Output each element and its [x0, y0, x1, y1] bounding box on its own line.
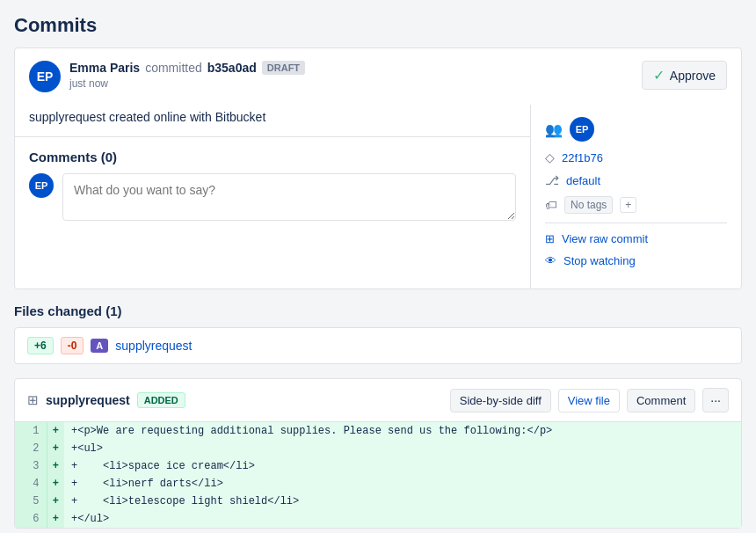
commit-ref-link[interactable]: 22f1b76: [562, 151, 603, 164]
line-number: 6: [15, 510, 47, 528]
reviewer-row: 👥 EP: [545, 117, 727, 142]
diamond-icon: ◇: [545, 150, 555, 164]
diff-toolbar: ⊞ supplyrequest ADDED Side-by-side diff …: [15, 379, 741, 422]
commit-card: EP Emma Paris committed b35a0ad DRAFT ju…: [14, 47, 742, 289]
commit-action: committed: [145, 61, 202, 75]
reviewer-icon: 👥: [545, 121, 563, 138]
author-name: Emma Paris: [69, 61, 140, 75]
diff-line: 1 + +<p>We are requesting additional sup…: [15, 422, 741, 440]
more-options-button[interactable]: ···: [702, 388, 729, 413]
page-title: Commits: [14, 14, 742, 37]
diff-line: 6 + +</ul>: [15, 510, 741, 528]
diff-table: 1 + +<p>We are requesting additional sup…: [15, 422, 741, 528]
line-number: 5: [15, 493, 47, 510]
diff-line: 2 + +<ul>: [15, 440, 741, 457]
line-marker: +: [47, 457, 64, 475]
line-marker: +: [47, 493, 64, 510]
view-raw-link[interactable]: ⊞ View raw commit: [545, 232, 727, 245]
diff-line: 5 + + <li>telescope light shield</li>: [15, 493, 741, 510]
commit-time: just now: [69, 77, 305, 90]
diff-toolbar-left: ⊞ supplyrequest ADDED: [27, 392, 185, 408]
add-tag-button[interactable]: +: [620, 197, 636, 213]
approve-button[interactable]: ✓ Approve: [642, 61, 727, 90]
added-status-badge: ADDED: [137, 392, 185, 408]
draft-badge: DRAFT: [262, 61, 305, 75]
line-code: +<ul>: [64, 440, 741, 457]
line-marker: +: [47, 422, 64, 440]
diff-file-icon: ⊞: [27, 392, 39, 408]
line-code: + <li>telescope light shield</li>: [64, 493, 741, 510]
diff-line: 4 + + <li>nerf darts</li>: [15, 475, 741, 493]
diff-line: 3 + + <li>space ice cream</li>: [15, 457, 741, 475]
commit-header-left: EP Emma Paris committed b35a0ad DRAFT ju…: [29, 61, 305, 92]
commit-meta: Emma Paris committed b35a0ad DRAFT just …: [69, 61, 305, 90]
tag-icon: 🏷: [545, 198, 557, 212]
stop-watching-label: Stop watching: [563, 254, 636, 267]
no-tags-label: No tags: [564, 196, 613, 214]
comment-input[interactable]: [62, 173, 516, 221]
removed-lines-badge: -0: [61, 337, 84, 354]
file-type-badge: A: [91, 339, 108, 353]
files-section: Files changed (1) +6 -0 A supplyrequest: [14, 303, 742, 364]
side-by-side-button[interactable]: Side-by-side diff: [450, 389, 551, 413]
commit-sidebar: 👥 EP ◇ 22f1b76 ⎇ default 🏷 No tags + ⊞: [530, 105, 741, 288]
commit-hash: b35a0ad: [207, 61, 257, 75]
line-number: 4: [15, 475, 47, 493]
eye-icon: 👁: [545, 254, 556, 267]
line-marker: +: [47, 475, 64, 493]
branch-icon: ⎇: [545, 173, 559, 187]
line-marker: +: [47, 440, 64, 457]
files-list: +6 -0 A supplyrequest: [14, 327, 742, 364]
commit-meta-row: Emma Paris committed b35a0ad DRAFT: [69, 61, 305, 75]
check-icon: ✓: [653, 67, 665, 84]
diff-toolbar-right: Side-by-side diff View file Comment ···: [450, 388, 729, 413]
view-raw-label: View raw commit: [562, 232, 648, 245]
view-file-button[interactable]: View file: [558, 389, 620, 413]
line-number: 2: [15, 440, 47, 457]
files-header: Files changed (1): [14, 303, 742, 318]
commit-header: EP Emma Paris committed b35a0ad DRAFT ju…: [15, 48, 741, 105]
commit-message-text: supplyrequest created online with Bitbuc…: [29, 110, 265, 124]
line-code: + <li>nerf darts</li>: [64, 475, 741, 493]
author-avatar: EP: [29, 61, 61, 92]
comments-header: Comments (0): [15, 137, 530, 173]
diff-filename: supplyrequest: [46, 393, 130, 407]
raw-icon: ⊞: [545, 232, 555, 245]
branch-row: ⎇ default: [545, 173, 727, 187]
approve-label: Approve: [670, 69, 716, 83]
tags-row: 🏷 No tags +: [545, 196, 727, 214]
line-number: 1: [15, 422, 47, 440]
diff-card: ⊞ supplyrequest ADDED Side-by-side diff …: [14, 378, 742, 529]
reviewer-avatars: EP: [570, 117, 594, 142]
branch-link[interactable]: default: [566, 174, 600, 187]
commit-message: supplyrequest created online with Bitbuc…: [15, 105, 530, 137]
comment-button[interactable]: Comment: [627, 389, 695, 413]
added-lines-badge: +6: [27, 337, 54, 354]
commit-body: supplyrequest created online with Bitbuc…: [15, 105, 741, 288]
reviewer-avatar: EP: [570, 117, 594, 142]
stop-watching-link[interactable]: 👁 Stop watching: [545, 254, 727, 267]
line-code: + <li>space ice cream</li>: [64, 457, 741, 475]
commenter-avatar: EP: [29, 173, 54, 198]
commit-main: supplyrequest created online with Bitbuc…: [15, 105, 530, 288]
comments-section: Comments (0) EP: [15, 137, 530, 233]
line-code: +</ul>: [64, 510, 741, 528]
comment-area: EP: [15, 173, 530, 233]
line-marker: +: [47, 510, 64, 528]
line-number: 3: [15, 457, 47, 475]
side-divider: [545, 223, 727, 223]
line-code: +<p>We are requesting additional supplie…: [64, 422, 741, 440]
file-link[interactable]: supplyrequest: [115, 339, 192, 353]
commit-ref-row: ◇ 22f1b76: [545, 150, 727, 164]
